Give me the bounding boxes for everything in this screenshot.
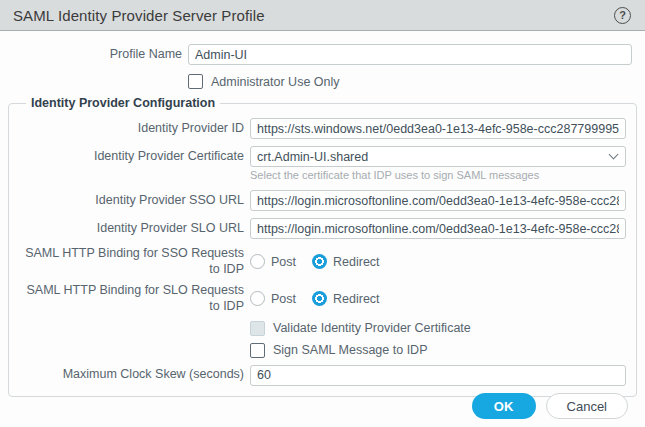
idp-id-input[interactable] [250,118,626,139]
idp-certificate-select[interactable]: crt.Admin-UI.shared [250,146,626,167]
cancel-button[interactable]: Cancel [546,393,628,419]
saml-idp-profile-dialog: SAML Identity Provider Server Profile ? … [0,0,645,427]
validate-cert-row: Validate Identity Provider Certificate [250,321,626,336]
sign-saml-label: Sign SAML Message to IDP [273,343,427,357]
slo-binding-redirect-option[interactable]: Redirect [312,291,380,306]
sso-binding-post-option[interactable]: Post [250,254,296,269]
idp-id-label: Identity Provider ID [19,121,244,137]
idp-slo-url-input[interactable] [250,218,626,239]
sso-binding-label: SAML HTTP Binding for SSO Requests to ID… [19,246,244,277]
sso-binding-row: SAML HTTP Binding for SSO Requests to ID… [19,246,626,277]
validate-cert-label: Validate Identity Provider Certificate [273,321,471,335]
sign-saml-checkbox[interactable] [250,343,265,358]
dialog-title: SAML Identity Provider Server Profile [13,7,265,24]
slo-binding-redirect-label: Redirect [333,292,380,306]
idp-certificate-label: Identity Provider Certificate [19,149,244,165]
clock-skew-input[interactable] [250,365,626,386]
sso-binding-options: Post Redirect [250,254,626,269]
idp-sso-url-label: Identity Provider SSO URL [19,193,244,209]
profile-name-label: Profile Name [0,47,182,63]
slo-binding-row: SAML HTTP Binding for SLO Requests to ID… [19,283,626,314]
sso-binding-post-label: Post [271,255,296,269]
sso-binding-redirect-radio[interactable] [312,254,327,269]
ok-button[interactable]: OK [472,393,536,419]
clock-skew-row: Maximum Clock Skew (seconds) [19,365,626,386]
slo-binding-post-option[interactable]: Post [250,291,296,306]
profile-name-row: Profile Name [0,44,632,65]
slo-binding-post-radio[interactable] [250,291,265,306]
clock-skew-label: Maximum Clock Skew (seconds) [19,367,244,383]
sso-binding-post-radio[interactable] [250,254,265,269]
sso-binding-redirect-label: Redirect [333,255,380,269]
slo-binding-redirect-radio[interactable] [312,291,327,306]
dialog-header: SAML Identity Provider Server Profile ? [0,0,645,31]
idp-configuration-legend: Identity Provider Configuration [26,96,220,110]
idp-slo-url-label: Identity Provider SLO URL [19,221,244,237]
idp-id-row: Identity Provider ID [19,118,626,139]
idp-configuration-fieldset: Identity Provider Configuration Identity… [8,96,637,397]
slo-binding-options: Post Redirect [250,291,626,306]
dialog-footer: OK Cancel [472,393,628,419]
idp-slo-url-row: Identity Provider SLO URL [19,218,626,239]
slo-binding-post-label: Post [271,292,296,306]
idp-certificate-hint: Select the certificate that IDP uses to … [250,169,626,181]
idp-certificate-row: Identity Provider Certificate crt.Admin-… [19,146,626,167]
idp-sso-url-input[interactable] [250,190,626,211]
idp-certificate-value: crt.Admin-UI.shared [257,150,610,164]
sign-saml-row: Sign SAML Message to IDP [250,343,626,358]
profile-name-input[interactable] [188,44,632,65]
idp-sso-url-row: Identity Provider SSO URL [19,190,626,211]
slo-binding-label: SAML HTTP Binding for SLO Requests to ID… [19,283,244,314]
help-icon[interactable]: ? [614,7,631,24]
admin-use-only-checkbox[interactable] [188,74,203,89]
sso-binding-redirect-option[interactable]: Redirect [312,254,380,269]
validate-cert-checkbox [250,321,265,336]
admin-use-only-label: Administrator Use Only [211,75,340,89]
chevron-down-icon [609,150,619,160]
admin-use-only-row: Administrator Use Only [188,74,645,89]
